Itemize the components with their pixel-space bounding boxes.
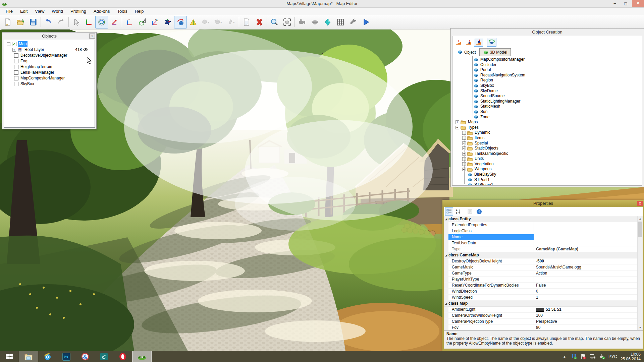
menu-help[interactable]: Help <box>131 8 148 15</box>
rotate-tool-icon[interactable] <box>95 16 108 28</box>
tree-label[interactable]: MapCompositorManager <box>20 75 65 81</box>
tree-row-root-layer[interactable]: + Root Layer 418 <box>4 47 95 53</box>
new-map-icon[interactable] <box>1 16 14 28</box>
property-row[interactable]: DestroyObjectsBelowHeight-500 <box>444 258 643 264</box>
expand-icon[interactable]: + <box>12 48 16 52</box>
tree-row[interactable]: DecorativeObjectManager <box>4 53 95 58</box>
scroll-down-icon[interactable]: ▼ <box>638 325 643 330</box>
oc-item[interactable]: Zone <box>453 115 642 120</box>
run-simulation-icon[interactable] <box>360 16 372 28</box>
property-row[interactable]: GameTypeAction <box>444 270 643 277</box>
frame-selection-icon[interactable] <box>281 16 293 28</box>
oc-item[interactable]: MapCompositorManager <box>453 57 642 62</box>
save-map-icon[interactable] <box>27 16 40 28</box>
properties-close-icon[interactable]: x <box>637 201 643 206</box>
dropbox-icon[interactable] <box>571 354 577 360</box>
collapse-triangle-icon[interactable]: ◢ <box>444 301 448 306</box>
scale-object-icon[interactable] <box>187 16 200 28</box>
tree-row-map[interactable]: − ✓ Map <box>4 41 95 47</box>
tab-object[interactable]: Object <box>454 48 480 56</box>
oc-item[interactable]: StaticLightingManager <box>453 99 642 104</box>
menu-tools[interactable]: Tools <box>113 8 131 15</box>
property-row[interactable]: CameraProjectionTypePerspective <box>444 319 643 325</box>
property-row[interactable]: TextUserData <box>444 240 643 246</box>
property-row[interactable]: ResetYCoordinateForDynamicBodiesFalse <box>444 283 643 289</box>
property-row[interactable]: GameMusicSounds\Music\Game.ogg <box>444 264 643 270</box>
oc-folder[interactable]: +Vegetation <box>453 162 642 167</box>
file-explorer-icon[interactable] <box>19 351 38 362</box>
tree-label-map[interactable]: Map <box>18 41 28 47</box>
create-object-drop-vertical-icon[interactable] <box>464 38 473 47</box>
property-row[interactable]: PlayerUnitType <box>444 277 643 283</box>
open-map-icon[interactable] <box>14 16 27 28</box>
input-switcher-icon[interactable] <box>599 354 605 360</box>
oc-folder[interactable]: +TankGameSpecific <box>453 151 642 157</box>
clock[interactable]: 10:06 25.06.2014 <box>621 352 641 361</box>
visibility-checkbox[interactable] <box>14 82 18 86</box>
oc-folder[interactable]: +StaticObjects <box>453 146 642 151</box>
visibility-checkbox[interactable] <box>14 53 18 58</box>
oc-item[interactable]: SkyDome <box>453 88 642 94</box>
tree-row[interactable]: MapCompositorManager <box>4 75 95 81</box>
property-row[interactable]: LogicClass <box>444 228 643 234</box>
move-tool-icon[interactable] <box>83 16 95 28</box>
category-class-map[interactable]: ◢class Map <box>444 301 643 307</box>
oc-folder-maps[interactable]: +Maps <box>453 120 642 125</box>
menu-addons[interactable]: Add-ons <box>90 8 113 15</box>
close-button[interactable]: ✕ <box>632 0 644 7</box>
oc-item[interactable]: BlueDaySky <box>453 172 642 177</box>
collapse-triangle-icon[interactable]: ◢ <box>444 216 448 222</box>
lasso-create-icon[interactable] <box>487 38 496 47</box>
camera-tool-icon[interactable] <box>296 16 309 28</box>
snap-scale-icon[interactable]: % <box>149 16 161 28</box>
category-class-entity[interactable]: ◢class Entity <box>444 216 643 222</box>
oc-folder[interactable]: +Dynamic <box>453 130 642 135</box>
tree-row[interactable]: Fog <box>4 58 95 64</box>
create-object-attach-icon[interactable] <box>474 38 483 47</box>
tree-label[interactable]: SkyBox <box>20 81 34 87</box>
tree-row[interactable]: LensFlareManager <box>4 70 95 75</box>
collapse-triangle-icon[interactable]: ◢ <box>444 252 448 258</box>
menu-profiling[interactable]: Profiling <box>67 8 90 15</box>
visibility-checkbox[interactable] <box>14 70 18 75</box>
action-center-icon[interactable] <box>580 354 586 360</box>
tab-3d-model[interactable]: 3D Model <box>480 48 511 56</box>
oc-folder[interactable]: +Special <box>453 141 642 146</box>
oc-folder[interactable]: +Weapons <box>453 167 642 172</box>
tree-label[interactable]: Fog <box>20 58 28 64</box>
tree-row[interactable]: HeightmapTerrain <box>4 64 95 70</box>
photoshop-icon[interactable]: Ps <box>57 351 76 362</box>
object-properties-icon[interactable] <box>240 16 253 28</box>
oc-item[interactable]: STPost1 <box>453 177 642 183</box>
grid-icon[interactable] <box>334 16 347 28</box>
select-arrow-icon[interactable] <box>70 16 83 28</box>
oc-folder[interactable]: +Units <box>453 156 642 162</box>
3dsmax-icon[interactable] <box>95 351 113 362</box>
title-bar[interactable]: Maps\Village\Map.map* - Map Editor – ▢ ✕ <box>0 0 644 8</box>
compass-icon[interactable] <box>321 16 334 28</box>
map-visibility-checkbox[interactable]: ✓ <box>12 42 16 46</box>
internet-explorer-icon[interactable] <box>38 351 57 362</box>
objects-panel-close-icon[interactable]: x <box>89 34 95 39</box>
redo-icon[interactable] <box>55 16 67 28</box>
undo-icon[interactable] <box>42 16 55 28</box>
oc-item[interactable]: SkyBox <box>453 83 642 88</box>
help-icon[interactable]: ? <box>475 207 483 216</box>
property-row[interactable]: WindSpeed1 <box>444 295 643 301</box>
tree-label-root-layer[interactable]: Root Layer <box>24 47 44 53</box>
color-swatch[interactable] <box>536 308 544 312</box>
menu-world[interactable]: World <box>48 8 67 15</box>
property-row[interactable]: CameraOrthoWindowHeight100 <box>444 313 643 319</box>
property-row[interactable]: WindDirection0 <box>444 289 643 295</box>
oc-item[interactable]: Region <box>453 78 642 83</box>
oc-item[interactable]: SoundSource <box>453 94 642 99</box>
oc-item[interactable]: Sun <box>453 109 642 115</box>
create-object-drop-icon[interactable] <box>454 38 463 47</box>
property-row-ambient-light[interactable]: AmbientLight51 51 51 <box>444 307 643 313</box>
collapse-icon[interactable]: − <box>7 42 10 46</box>
scale-tool-icon[interactable] <box>108 16 121 28</box>
property-row[interactable]: Fov80 <box>444 325 643 330</box>
tree-label[interactable]: DecorativeObjectManager <box>20 53 67 58</box>
oc-item[interactable]: RecastNavigationSystem <box>453 73 642 78</box>
property-row[interactable]: ExtendedProperties <box>444 222 643 228</box>
